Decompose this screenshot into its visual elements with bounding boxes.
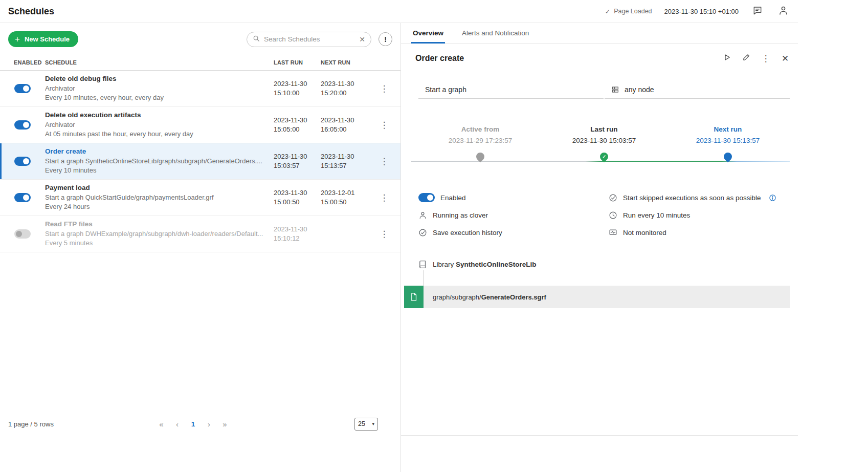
table-row-selected[interactable]: Order create Start a graph SyntheticOnli… [0,143,400,180]
row-menu-button[interactable]: ⋮ [378,82,390,95]
schedule-desc: Archivator [45,84,274,93]
detail-tabs: Overview Alerts and Notification [401,23,798,44]
tree-connector [423,270,424,286]
row-menu-button[interactable]: ⋮ [378,155,390,167]
tab-overview[interactable]: Overview [411,23,445,43]
new-schedule-button[interactable]: + New Schedule [8,31,78,47]
schedule-period: At 05 minutes past the hour, every hour,… [45,130,274,139]
next-run-value: 2023-11-30 16:05:00 [321,116,363,134]
row-menu-button[interactable]: ⋮ [378,228,390,240]
page-loaded-label: Page Loaded [614,8,652,15]
last-page-button[interactable]: » [218,418,231,431]
library-label: Library [433,261,454,268]
page-loaded-status: ✓ Page Loaded [605,8,652,15]
check-icon: ✓ [602,155,606,159]
library-name: SyntheticOnlineStoreLib [456,261,537,268]
monitored-label: Not monitored [623,229,666,237]
close-icon: ✕ [782,53,789,64]
enabled-toggle[interactable] [14,84,31,93]
chat-icon [752,6,763,17]
last-run-value: 2023-11-30 15:05:00 [274,116,316,134]
start-skipped-label: Start skipped executions as soon as poss… [623,194,761,202]
active-from-label: Active from [418,125,542,133]
top-header: Schedules ✓ Page Loaded 2023-11-30 15:10… [0,0,798,23]
schedule-name: Payment load [45,184,274,191]
prev-page-button[interactable]: ‹ [171,418,184,431]
more-actions-button[interactable]: ⋮ [759,52,772,65]
table-row[interactable]: Payment load Start a graph QuickStartGui… [0,180,400,216]
check-circle-icon [418,228,427,237]
warnings-button[interactable]: ! [379,32,392,46]
graph-file-row[interactable]: graph/subgraph/GenerateOrders.sgrf [404,286,790,308]
running-as-label: Running as clover [433,211,488,219]
schedule-period: Every 10 minutes, every hour, every day [45,93,274,102]
save-history-label: Save execution history [433,229,502,237]
search-input[interactable] [264,35,355,43]
kebab-icon: ⋮ [762,53,770,64]
enabled-toggle[interactable] [14,157,31,166]
detail-enabled-toggle[interactable] [418,193,435,202]
any-node-icon [611,85,619,94]
page-size-value: 25 [358,420,365,427]
app-window: Schedules ✓ Page Loaded 2023-11-30 15:10… [0,0,798,472]
edit-button[interactable] [740,52,753,65]
graph-file-path: graph/subgraph/ [433,293,481,301]
column-enabled: ENABLED [8,59,45,66]
new-schedule-label: New Schedule [25,35,70,43]
monitor-icon [609,228,617,237]
info-icon[interactable] [769,194,776,202]
schedule-desc: Start a graph DWHExample/graph/subgraph/… [45,229,274,239]
schedule-period: Every 5 minutes [45,239,274,248]
column-last-run: LAST RUN [274,59,321,66]
run-every-property: Run every 10 minutes [609,210,790,220]
pagination-summary: 1 page / 5 rows [8,420,155,428]
graph-file-icon [404,286,424,308]
last-run-value: 2023-11-30 15:00:50 [274,188,316,207]
play-icon [722,53,731,65]
feedback-button[interactable] [751,5,764,18]
enabled-toggle[interactable] [14,193,31,202]
page-title: Schedules [8,6,54,17]
pagination-bar: 1 page / 5 rows « ‹ 1 › » 25 ▾ [0,415,400,433]
chevron-down-icon: ▾ [372,421,374,426]
tab-alerts-notification[interactable]: Alerts and Notification [460,23,530,43]
schedule-type-field[interactable]: Start a graph [418,80,604,99]
next-page-button[interactable]: › [203,418,215,431]
schedule-list: Delete old debug files Archivator Every … [0,71,400,252]
start-skipped-property: Start skipped executions as soon as poss… [609,192,790,203]
row-menu-button[interactable]: ⋮ [378,191,390,204]
search-icon [253,35,260,44]
run-now-button[interactable] [720,52,733,65]
next-run-label: Next run [666,125,790,133]
schedule-name: Read FTP files [45,220,274,228]
user-icon [418,211,427,220]
timeline-track [411,161,790,162]
schedule-name: Delete old execution artifacts [45,111,274,119]
node-field[interactable]: any node [605,80,790,99]
last-run-value: 2023-11-30 15:10:12 [274,225,316,243]
table-row[interactable]: Delete old debug files Archivator Every … [0,71,400,107]
next-run-value: 2023-11-30 15:13:57 [321,152,363,170]
schedule-desc: Start a graph QuickStartGuide/graph/paym… [45,193,274,202]
schedule-properties: Enabled Running as clover [418,192,790,238]
enabled-toggle[interactable] [14,120,31,130]
current-page[interactable]: 1 [187,420,199,428]
graph-file-name: GenerateOrders.sgrf [481,293,546,301]
pencil-icon [742,53,751,64]
table-row-disabled[interactable]: Read FTP files Start a graph DWHExample/… [0,216,400,252]
user-menu-button[interactable] [776,5,790,18]
page-size-select[interactable]: 25 ▾ [354,418,378,431]
clear-search-button[interactable]: ✕ [359,36,365,43]
monitored-property: Not monitored [609,227,790,238]
run-timeline: Active from 2023-11-29 17:23:57 Last run… [418,125,790,173]
user-icon [778,5,789,17]
first-page-button[interactable]: « [155,418,168,431]
row-menu-button[interactable]: ⋮ [378,119,390,131]
save-history-property: Save execution history [418,227,609,238]
library-row: Library SyntheticOnlineStoreLib [418,260,790,269]
enabled-toggle[interactable] [14,229,31,239]
table-row[interactable]: Delete old execution artifacts Archivato… [0,107,400,143]
next-run-value: 2023-11-30 15:20:00 [321,79,363,98]
close-detail-button[interactable]: ✕ [778,52,792,65]
library-icon [418,260,427,269]
